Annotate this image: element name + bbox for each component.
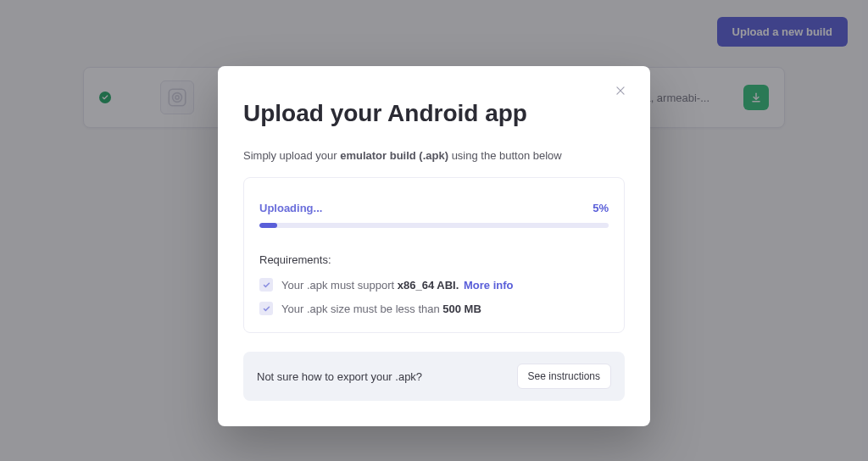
requirements-list: Your .apk must support x86_64 ABI. More …: [259, 278, 609, 315]
progress-head: Uploading... 5%: [259, 202, 609, 214]
requirement-link[interactable]: More info: [464, 279, 514, 292]
requirements-block: Requirements: Your .apk must support x86…: [259, 253, 609, 324]
progress-card: Uploading... 5% Requirements: Your .apk …: [243, 177, 625, 333]
check-icon: [259, 278, 273, 292]
modal-subtitle: Simply upload your emulator build (.apk)…: [243, 149, 625, 162]
modal-title: Upload your Android app: [243, 100, 625, 127]
subtitle-pre: Simply upload your: [243, 149, 340, 162]
subtitle-post: using the button below: [448, 149, 562, 162]
requirement-item: Your .apk size must be less than 500 MB: [259, 302, 609, 315]
subtitle-bold: emulator build (.apk): [340, 149, 448, 162]
progress-label: Uploading...: [259, 202, 322, 214]
req-strong: 500 MB: [442, 303, 481, 315]
upload-modal: Upload your Android app Simply upload yo…: [218, 66, 650, 426]
req-pre: Your .apk size must be less than: [281, 303, 442, 315]
see-instructions-button[interactable]: See instructions: [517, 364, 611, 389]
requirement-item: Your .apk must support x86_64 ABI. More …: [259, 278, 609, 292]
help-card: Not sure how to export your .apk? See in…: [243, 352, 625, 401]
check-icon: [259, 302, 273, 315]
requirement-text: Your .apk size must be less than 500 MB: [281, 303, 481, 315]
progress-track: [259, 223, 609, 228]
req-strong: x86_64 ABI.: [398, 279, 459, 292]
progress-percent: 5%: [593, 202, 609, 214]
progress-fill: [259, 223, 277, 228]
close-button[interactable]: [615, 83, 630, 98]
requirement-text: Your .apk must support x86_64 ABI. More …: [281, 279, 513, 292]
requirements-title: Requirements:: [259, 253, 609, 266]
req-pre: Your .apk must support: [281, 279, 398, 292]
help-text: Not sure how to export your .apk?: [257, 370, 422, 383]
close-icon: [615, 85, 626, 97]
